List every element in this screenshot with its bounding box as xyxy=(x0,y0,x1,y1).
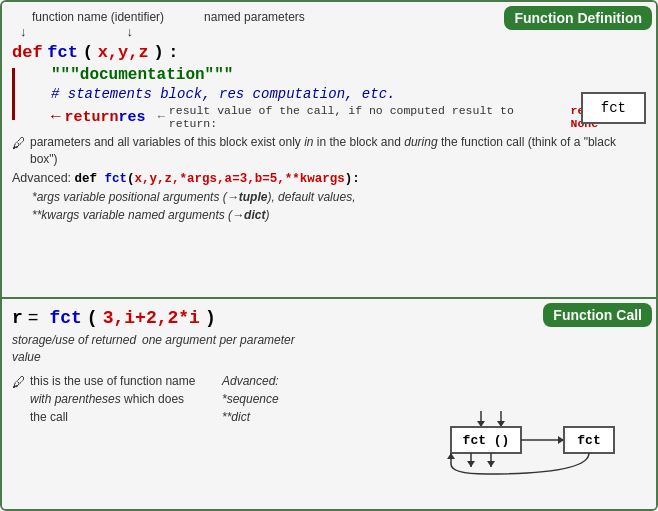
params: x,y,z xyxy=(98,43,149,62)
advanced-line: Advanced: def fct(x,y,z,*args,a=3,b=5,**… xyxy=(12,171,646,186)
r-var: r xyxy=(12,308,23,328)
call-args: 3,i+2,2*i xyxy=(103,308,200,328)
named-params-annotation: named parameters xyxy=(204,10,305,24)
return-keyword: return xyxy=(65,109,119,126)
return-annotation: ← result value of the call, if no comput… xyxy=(152,104,646,130)
arrow-fn-name: ↓ xyxy=(20,24,27,39)
bottom-left-content: 🖊 this is the use of function name with … xyxy=(12,372,212,426)
svg-text:fct (): fct () xyxy=(463,433,510,448)
stmt-text: # statements block, res computation, etc… xyxy=(51,86,395,102)
args-note: *args variable positional arguments (→tu… xyxy=(32,188,646,224)
res-value: res xyxy=(119,109,146,126)
indent-indicator xyxy=(12,68,15,120)
indented-block: """documentation""" # statements block, … xyxy=(12,66,646,134)
function-call-section: Function Call r = fct ( 3,i+2,2*i ) stor… xyxy=(2,299,656,509)
return-line: ← return res ← result value of the call,… xyxy=(51,104,646,130)
svg-text:fct: fct xyxy=(577,433,600,448)
function-definition-badge: Function Definition xyxy=(504,6,652,30)
notebook-icon-2: 🖊 xyxy=(12,372,26,393)
params-note: 🖊 parameters and all variables of this b… xyxy=(12,134,646,168)
bottom-row: 🖊 this is the use of function name with … xyxy=(12,372,646,426)
svg-marker-12 xyxy=(467,461,475,467)
call-ann-right: one argument per parameter xyxy=(142,332,295,366)
doc-line: """documentation""" xyxy=(51,66,646,84)
stmt-line: # statements block, res computation, etc… xyxy=(51,86,646,102)
call-fct: fct xyxy=(49,308,81,328)
call-note-text: this is the use of function name with pa… xyxy=(30,372,200,426)
main-container: Function Definition function name (ident… xyxy=(0,0,658,511)
function-name: fct xyxy=(47,43,78,62)
svg-marker-14 xyxy=(487,461,495,467)
advanced-call: Advanced: *sequence **dict xyxy=(222,372,279,426)
call-open-paren: ( xyxy=(87,308,98,328)
call-annotations: storage/use of returned value one argume… xyxy=(12,332,646,366)
def-line: def fct ( x,y,z ) : xyxy=(12,41,646,64)
call-ann-left: storage/use of returned value xyxy=(12,332,142,366)
function-call-badge: Function Call xyxy=(543,303,652,327)
def-keyword: def xyxy=(12,43,43,62)
open-paren: ( xyxy=(83,43,93,62)
function-definition-section: Function Definition function name (ident… xyxy=(2,2,656,299)
fn-name-annotation: function name (identifier) xyxy=(32,10,164,24)
notebook-icon: 🖊 xyxy=(12,134,26,154)
colon: : xyxy=(168,43,178,62)
left-arrow: ← xyxy=(51,108,61,126)
advanced-label-def: Advanced: xyxy=(12,171,71,185)
fct-box: fct xyxy=(581,92,646,124)
equals: = xyxy=(28,308,50,328)
call-diagram: fct () fct xyxy=(426,409,646,489)
fct-box-label: fct xyxy=(601,100,626,116)
advanced-code-def: def fct(x,y,z,*args,a=3,b=5,**kwargs): xyxy=(75,172,360,186)
call-close-paren: ) xyxy=(205,308,216,328)
close-paren: ) xyxy=(153,43,163,62)
block-content: """documentation""" # statements block, … xyxy=(31,66,646,134)
arrow-named-params: ↓ xyxy=(127,24,134,39)
call-note: 🖊 this is the use of function name with … xyxy=(12,372,212,426)
